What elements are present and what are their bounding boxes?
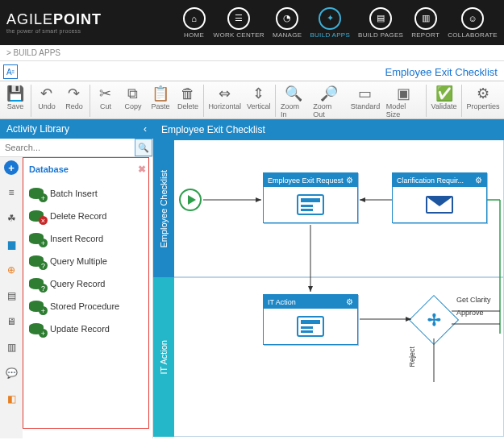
gateway-arrows-icon: ✢ — [427, 310, 441, 330]
cut-icon: ✂ — [99, 85, 111, 102]
paste-button[interactable]: 📋Paste — [147, 83, 174, 112]
brand-left: AGILE — [6, 11, 53, 27]
align-horizontal-button[interactable]: ⇔Horizontal — [206, 83, 244, 112]
zoom-standard-button[interactable]: ▭Standard — [348, 83, 383, 112]
standard-icon: ▭ — [358, 85, 372, 102]
task-employee-exit-request[interactable]: Employee Exit Request⚙ — [263, 172, 358, 223]
properties-icon: ⚙ — [477, 85, 489, 102]
gear-icon[interactable]: ⚙ — [346, 176, 353, 185]
edge-label-get-clarity: Get Clarity — [456, 296, 491, 304]
activity-batch-insert[interactable]: Batch Insert — [26, 183, 149, 205]
rail-globe-icon[interactable]: ⊕ — [3, 262, 19, 278]
zoom-modelsize-button[interactable]: ▣Model Size — [383, 83, 424, 120]
vertical-icon: ⇕ — [252, 85, 264, 102]
save-button[interactable]: 💾Save — [2, 83, 29, 112]
database-add-icon — [29, 233, 44, 244]
save-icon: 💾 — [6, 85, 24, 102]
nav-build-apps[interactable]: ✦BUILD APPS — [310, 7, 350, 39]
delete-button[interactable]: 🗑Delete — [174, 83, 202, 112]
library-category-panel: Database ✖ Batch Insert Delete Record In… — [23, 157, 152, 438]
report-icon: ▥ — [414, 7, 437, 30]
library-category-rail: + ≡ ☘ ▆ ⊕ ▤ 🖥 ▥ 💬 ◧ — [0, 157, 23, 438]
category-title-row: Database ✖ — [26, 160, 149, 183]
redo-icon: ↷ — [68, 85, 80, 102]
cut-button[interactable]: ✂Cut — [92, 83, 119, 112]
main-area: Activity Library ‹ 🔍 + ≡ ☘ ▆ ⊕ ▤ 🖥 ▥ 💬 ◧ — [0, 119, 504, 438]
category-title: Database — [29, 164, 69, 174]
brand-logo: AGILEPOINT the power of smart process — [6, 11, 102, 34]
nav-home[interactable]: ⌂HOME — [183, 7, 206, 39]
database-update-icon — [29, 323, 44, 334]
library-search-row: 🔍 — [0, 139, 152, 157]
activity-library-title: Activity Library — [6, 123, 69, 135]
zoom-in-button[interactable]: 🔍Zoom In — [277, 83, 310, 120]
lane-label-it: IT Action — [159, 340, 169, 375]
top-nav: AGILEPOINT the power of smart process ⌂H… — [0, 0, 504, 45]
database-proc-icon — [29, 301, 44, 312]
lane-employee-checklist[interactable]: Employee Checklist Employee Exit Request… — [153, 140, 504, 277]
process-canvas[interactable]: Employee Exit Checklist Employee Checkli… — [153, 119, 504, 438]
toolbar: 💾Save ↶Undo ↷Redo ✂Cut ⧉Copy 📋Paste 🗑Del… — [0, 81, 504, 119]
edge-label-reject: Reject — [408, 347, 416, 367]
form-icon — [297, 194, 324, 215]
library-search-button[interactable]: 🔍 — [135, 139, 152, 156]
breadcrumb[interactable]: > BUILD APPS — [0, 45, 504, 61]
delete-icon: 🗑 — [181, 85, 195, 102]
buildpages-icon: ▤ — [369, 7, 392, 30]
library-search-input[interactable] — [0, 139, 135, 156]
activity-library-header[interactable]: Activity Library ‹ — [0, 119, 153, 139]
app-icon[interactable]: A≡ — [3, 64, 18, 79]
validate-button[interactable]: ✅Validate — [428, 83, 460, 112]
zoomin-icon: 🔍 — [285, 85, 302, 102]
document-title-row: A≡ Employee Exit Checklist — [0, 61, 504, 81]
nav-manage[interactable]: ◔MANAGE — [273, 7, 302, 39]
rail-shapes-icon[interactable]: ◧ — [3, 391, 19, 407]
activity-delete-record[interactable]: Delete Record — [26, 205, 149, 228]
redo-button[interactable]: ↷Redo — [60, 83, 88, 112]
rail-leaf-icon[interactable]: ☘ — [3, 210, 19, 226]
database-query-icon — [29, 255, 44, 267]
copy-icon: ⧉ — [127, 85, 138, 102]
task-it-action[interactable]: IT Action⚙ — [263, 294, 358, 345]
rail-list-icon[interactable]: ▥ — [3, 339, 19, 355]
nav-work-center[interactable]: ☰WORK CENTER — [214, 7, 264, 39]
horizontal-icon: ⇔ — [219, 85, 231, 102]
undo-button[interactable]: ↶Undo — [33, 83, 60, 112]
activity-query-record[interactable]: Query Record — [26, 273, 149, 296]
mail-icon — [426, 196, 453, 214]
activity-stored-procedure[interactable]: Stored Procedure — [26, 296, 149, 318]
rail-form-icon[interactable]: ▤ — [3, 288, 19, 304]
properties-button[interactable]: ⚙Properties — [464, 83, 502, 112]
nav-report[interactable]: ▥REPORT — [411, 7, 439, 39]
gateway-decision[interactable]: ✢ — [409, 295, 459, 345]
rail-monitor-icon[interactable]: 🖥 — [3, 313, 19, 330]
nav-items: ⌂HOME ☰WORK CENTER ◔MANAGE ✦BUILD APPS ▤… — [183, 7, 498, 39]
rail-database-icon[interactable]: ≡ — [3, 185, 19, 201]
gear-icon[interactable]: ⚙ — [346, 297, 353, 306]
rail-storage-icon[interactable]: ▆ — [3, 236, 19, 252]
nav-build-pages[interactable]: ▤BUILD PAGES — [358, 7, 403, 39]
search-icon: 🔍 — [138, 143, 149, 153]
lane-it-action[interactable]: IT Action IT Action⚙ ✢ Get Clarity Appro… — [153, 277, 504, 437]
validate-icon: ✅ — [435, 85, 453, 102]
paste-icon: 📋 — [152, 85, 169, 102]
activity-library-panel: Activity Library ‹ 🔍 + ≡ ☘ ▆ ⊕ ▤ 🖥 ▥ 💬 ◧ — [0, 119, 153, 438]
database-add-icon — [29, 188, 44, 199]
task-clarification-required[interactable]: Clarification Requir...⚙ — [392, 172, 487, 223]
edge-label-approve: Approve — [456, 309, 484, 317]
brand-right: POINT — [53, 11, 102, 27]
align-vertical-button[interactable]: ⇕Vertical — [244, 83, 273, 112]
copy-button[interactable]: ⧉Copy — [119, 83, 147, 112]
rail-chat-icon[interactable]: 💬 — [3, 365, 19, 381]
activity-query-multiple[interactable]: Query Multiple — [26, 251, 149, 273]
gear-icon[interactable]: ⚙ — [475, 176, 482, 185]
nav-collaborate[interactable]: ☺COLLABORATE — [448, 7, 498, 39]
close-icon[interactable]: ✖ — [138, 164, 146, 175]
zoom-out-button[interactable]: 🔎Zoom Out — [310, 83, 348, 120]
pool-header[interactable]: Employee Exit Checklist — [153, 119, 504, 140]
activity-update-record[interactable]: Update Record — [26, 318, 149, 341]
start-event[interactable] — [179, 189, 202, 211]
activity-insert-record[interactable]: Insert Record — [26, 228, 149, 251]
buildapps-icon: ✦ — [319, 7, 341, 30]
add-category-button[interactable]: + — [4, 160, 19, 175]
